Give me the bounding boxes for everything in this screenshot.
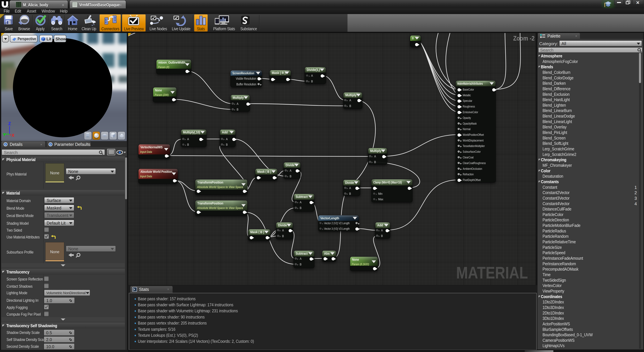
svg-text:Z: Z [8,121,11,126]
svg-text:X: X [12,133,14,137]
svg-text:Y: Y [3,132,6,137]
